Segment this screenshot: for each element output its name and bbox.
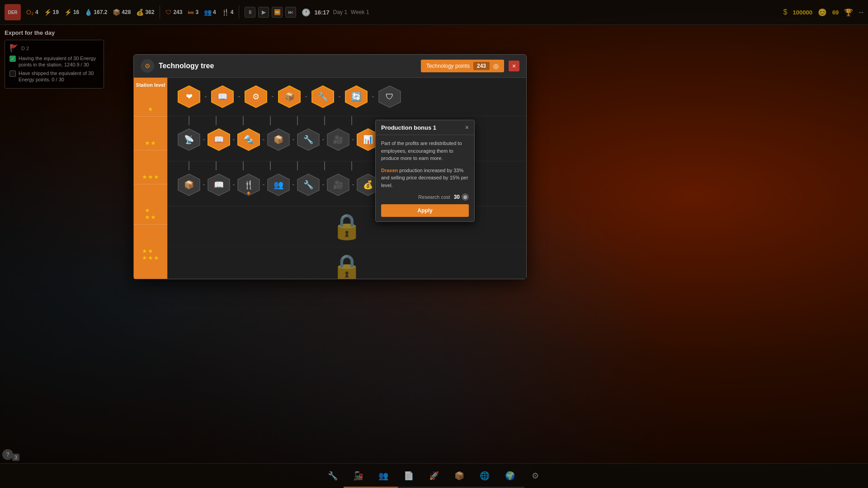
wrench2-symbol: 🔧 <box>303 135 313 145</box>
tech-icon-crew[interactable]: 👥 <box>266 173 291 197</box>
tech-icon-box2[interactable]: 📦 <box>266 127 291 152</box>
tech-icon-book2[interactable]: 📖 <box>207 127 231 152</box>
locked-row-5: 🔒 <box>168 247 526 279</box>
chart-symbol: 📊 <box>363 135 373 145</box>
tooltip-description: Part of the profits are redistributed to… <box>381 140 469 162</box>
tooltip-title: Production bonus 1 <box>381 124 436 131</box>
book-symbol: 📖 <box>217 92 227 102</box>
book3-symbol: 📖 <box>214 180 224 190</box>
tools-symbol: 🔩 <box>244 135 254 145</box>
camera-symbol: 🎥 <box>333 135 343 145</box>
tech-icon-shield1[interactable]: 🛡 <box>377 84 402 109</box>
station-sidebar: Station level ★ ★★ ★★★ ★★★ ★★★★★ <box>134 78 168 279</box>
star-level-3: ★★★ <box>134 170 167 184</box>
tooltip-effect: Draxen production increased by 33% and s… <box>381 167 469 189</box>
tech-icon-satellite[interactable]: 📡 <box>177 127 201 152</box>
stars-5: ★★★★★ <box>142 248 160 261</box>
money-symbol: 💰 <box>363 180 373 190</box>
tech-row-1: ❤ 📖 ⚙ 📦 <box>168 78 526 116</box>
cost-number: 30 <box>454 194 460 200</box>
cost-value: 30 ◎ <box>454 193 469 201</box>
star-level-1: ★ <box>134 102 167 117</box>
tech-icon-gear1[interactable]: ⚙ <box>244 84 268 109</box>
book2-symbol: 📖 <box>214 135 224 145</box>
tooltip-cost-row: Research cost 30 ◎ <box>381 193 469 201</box>
tech-icon-wrench3[interactable]: 🔧 <box>296 173 321 197</box>
station-level-label: Station level <box>136 82 165 88</box>
star-level-5: ★★★★★ <box>134 244 167 265</box>
tech-icon-camera[interactable]: 🎥 <box>326 127 350 152</box>
stars-1: ★ <box>148 106 154 113</box>
cost-icon: ◎ <box>462 193 469 201</box>
stars-2: ★★ <box>145 140 156 146</box>
lock-icon-5: 🔒 <box>331 253 363 279</box>
modal-title: Technology tree <box>159 62 416 70</box>
cost-label: Research cost <box>418 194 450 200</box>
recycle-symbol: 🔄 <box>351 92 361 102</box>
tech-icon-fork[interactable]: 🍴 ◆ <box>236 173 261 197</box>
tooltip-body: Part of the profits are redistributed to… <box>376 135 474 221</box>
tech-points-button[interactable]: Technology points 243 ◎ <box>421 60 504 72</box>
shield-symbol: 🛡 <box>386 92 394 102</box>
tech-icon-book3[interactable]: 📖 <box>207 173 231 197</box>
stars-3: ★★★ <box>142 174 160 180</box>
modal-header: ⚙ Technology tree Technology points 243 … <box>134 55 526 78</box>
wrench3-symbol: 🔧 <box>303 180 313 190</box>
tech-icon-recycle1[interactable]: 🔄 <box>344 84 368 109</box>
heart-symbol: ❤ <box>186 92 193 102</box>
lock-icon-4: 🔒 <box>331 212 363 241</box>
star-levels: ★ ★★ ★★★ ★★★ ★★★★★ <box>134 93 167 274</box>
stars-4: ★★★ <box>145 207 156 221</box>
tech-icon-crate[interactable]: 📦 <box>177 173 201 197</box>
tooltip-header: Production bonus 1 × <box>376 120 474 135</box>
tech-icon-wrench2[interactable]: 🔧 <box>296 127 321 152</box>
tech-points-label: Technology points <box>426 63 470 69</box>
fork-symbol: 🍴 <box>244 180 254 190</box>
tech-points-value: 243 <box>473 62 490 70</box>
tooltip-popup: Production bonus 1 × Part of the profits… <box>375 120 475 222</box>
wrench-symbol: 🔧 <box>318 92 328 102</box>
crate-symbol: 📦 <box>184 180 194 190</box>
tech-icon-book1[interactable]: 📖 <box>210 84 235 109</box>
tech-icon-wrench1[interactable]: 🔧 <box>311 84 335 109</box>
tooltip-highlight: Draxen <box>381 168 398 173</box>
apply-button[interactable]: Apply <box>381 204 469 217</box>
gear-symbol: ⚙ <box>252 92 259 102</box>
box-symbol: 📦 <box>284 92 294 102</box>
star-level-4: ★★★ <box>134 203 167 225</box>
modal-icon: ⚙ <box>141 59 154 73</box>
crew-symbol: 👥 <box>274 180 283 190</box>
tooltip-close-button[interactable]: × <box>465 124 469 131</box>
satellite-symbol: 📡 <box>184 135 194 145</box>
tech-icon-camera2[interactable]: 🎥 <box>326 173 350 197</box>
tech-points-icon: ◎ <box>493 62 499 70</box>
tech-icon-box1[interactable]: 📦 <box>277 84 302 109</box>
tech-icon-heart[interactable]: ❤ <box>177 84 201 109</box>
box2-symbol: 📦 <box>274 135 283 145</box>
modal-close-button[interactable]: × <box>509 61 519 71</box>
camera2-symbol: 🎥 <box>333 180 343 190</box>
star-level-2: ★★ <box>134 136 167 150</box>
tech-icon-tools[interactable]: 🔩 <box>236 127 261 152</box>
